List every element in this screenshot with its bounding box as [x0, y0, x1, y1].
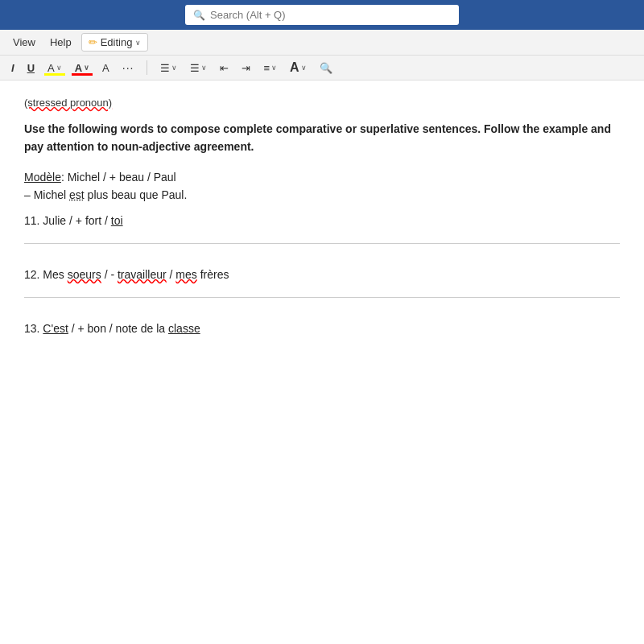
item-13-underline2: classe: [168, 322, 200, 335]
align-button[interactable]: ≡ ∨: [260, 60, 280, 76]
font-color-button[interactable]: A ∨: [72, 60, 93, 76]
search-bar-area: 🔍: [0, 0, 644, 30]
item-13-underline1: C'est: [43, 322, 68, 335]
item-13-middle: / + bon / note de la: [72, 322, 168, 335]
editing-chevron-icon: ∨: [135, 39, 141, 47]
more-options-button[interactable]: ···: [119, 60, 138, 76]
highlight-chevron-icon: ∨: [56, 64, 62, 72]
model-label: Modèle: Michel / + beau / Paul: [24, 171, 620, 184]
item-11-number: 11.: [24, 214, 39, 227]
find-button[interactable]: 🔍: [316, 60, 336, 76]
highlight-button[interactable]: A ∨: [44, 60, 65, 76]
number-list-chevron-icon: ∨: [201, 64, 207, 72]
item-11-underline: toi: [111, 214, 123, 227]
indent-decrease-icon: ⇤: [220, 62, 229, 74]
model-underline-label: Modèle: [24, 171, 61, 184]
search-input[interactable]: [210, 9, 451, 21]
number-list-icon: ☰: [190, 62, 200, 74]
item-13-number: 13.: [24, 322, 39, 335]
find-icon: 🔍: [320, 62, 332, 74]
number-list-button[interactable]: ☰ ∨: [187, 60, 210, 76]
item-12-underline1: soeurs: [68, 268, 101, 281]
instruction-text: Use the following words to compose compl…: [24, 120, 620, 156]
pencil-icon: ✏: [89, 36, 97, 48]
align-icon: ≡: [263, 62, 270, 74]
indent-increase-icon: ⇥: [242, 62, 250, 74]
exercise-item-12-text: 12. Mes soeurs / - travailleur / mes frè…: [24, 268, 620, 281]
stressed-pronoun-text: (stressed pronoun): [24, 97, 620, 109]
font-color-chevron-icon: ∨: [84, 64, 89, 72]
menu-bar: View Help ✏ Editing ∨: [0, 30, 644, 56]
section-divider-1: [24, 243, 620, 244]
document-area: (stressed pronoun) Use the following wor…: [0, 80, 644, 644]
model-answer-rest: plus beau que Paul.: [85, 188, 188, 201]
indent-increase-button[interactable]: ⇥: [238, 60, 254, 76]
highlight-label: A: [47, 62, 55, 74]
editing-mode-button[interactable]: ✏ Editing ∨: [81, 33, 149, 52]
bullet-list-button[interactable]: ☰ ∨: [157, 60, 180, 76]
search-bar[interactable]: 🔍: [185, 5, 459, 25]
bullet-list-icon: ☰: [160, 62, 170, 74]
model-answer: – Michel est plus beau que Paul.: [24, 188, 620, 201]
styles-button[interactable]: A ∨: [287, 59, 310, 76]
font-color-label: A: [75, 62, 82, 74]
item-12-last: frères: [200, 268, 229, 281]
exercise-item-12: 12. Mes soeurs / - travailleur / mes frè…: [24, 268, 620, 298]
item-12-text: Mes: [43, 268, 67, 281]
item-12-number: 12.: [24, 268, 39, 281]
model-answer-text: Michel: [31, 188, 69, 201]
exercise-item-11: 11. Julie / + fort / toi: [24, 214, 620, 244]
model-text: : Michel / + beau / Paul: [61, 171, 176, 184]
underline-button[interactable]: U: [24, 60, 38, 76]
indent-decrease-button[interactable]: ⇤: [217, 60, 232, 76]
styles-chevron-icon: ∨: [301, 64, 307, 72]
item-12-underline3: mes: [175, 268, 196, 281]
search-icon: 🔍: [193, 10, 205, 21]
font-scale-label: A: [102, 62, 109, 74]
exercise-item-11-text: 11. Julie / + fort / toi: [24, 214, 620, 227]
editing-label: Editing: [101, 36, 133, 48]
exercise-item-13-text: 13. C'est / + bon / note de la classe: [24, 322, 620, 335]
bullet-list-chevron-icon: ∨: [171, 64, 177, 72]
model-answer-verb: est: [69, 188, 85, 201]
exercise-item-13: 13. C'est / + bon / note de la classe: [24, 322, 620, 335]
item-11-text: Julie / + fort /: [43, 214, 110, 227]
toolbar: I U A ∨ A ∨ A ··· ☰ ∨ ☰ ∨ ⇤ ⇥ ≡ ∨ A ∨ 🔍: [0, 56, 644, 80]
menu-item-view[interactable]: View: [8, 34, 40, 51]
italic-button[interactable]: I: [8, 60, 18, 76]
styles-label: A: [290, 60, 299, 75]
section-divider-2: [24, 297, 620, 298]
model-section: Modèle: Michel / + beau / Paul – Michel …: [24, 171, 620, 201]
font-scale-button[interactable]: A: [99, 60, 113, 76]
model-answer-dash: –: [24, 188, 31, 201]
item-12-underline2: travailleur: [118, 268, 167, 281]
menu-item-help[interactable]: Help: [45, 34, 76, 51]
align-chevron-icon: ∨: [271, 64, 277, 72]
item-12-middle: / -: [105, 268, 118, 281]
toolbar-separator: [147, 60, 147, 75]
